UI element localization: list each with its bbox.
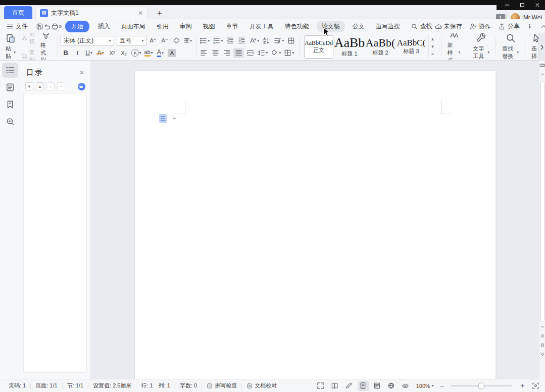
collaborate-button[interactable]: 协作: [469, 22, 491, 31]
write-mode-button[interactable]: [343, 381, 355, 391]
toc-close-icon[interactable]: ✕: [79, 69, 84, 76]
highlight-color-button[interactable]: ab▾: [143, 48, 154, 58]
close-tab-icon[interactable]: ✕: [138, 10, 143, 17]
paste-button[interactable]: 粘贴▾: [2, 35, 19, 59]
numbering-button[interactable]: ▾: [212, 36, 224, 46]
share-button[interactable]: 分享: [498, 22, 520, 31]
phonetic-guide-button[interactable]: 变▾: [183, 36, 193, 46]
ribbon-tab-paper-tools[interactable]: 论文畅: [317, 21, 345, 32]
line-spacing-button[interactable]: ▾: [257, 48, 269, 58]
underline-button[interactable]: U▾: [84, 48, 94, 58]
status-word-count[interactable]: 字数: 0: [175, 382, 202, 389]
zoom-slider-thumb[interactable]: [478, 382, 485, 389]
find-replace-button[interactable]: 查找替换▾: [499, 35, 522, 59]
text-effects-button[interactable]: A▾: [130, 48, 142, 58]
page-view-button[interactable]: [358, 381, 369, 391]
toc-empty-list[interactable]: [23, 93, 87, 373]
save-button[interactable]: [36, 21, 43, 31]
scrollbar-thumb[interactable]: [540, 81, 544, 322]
toc-collapse-button[interactable]: ▲: [36, 82, 44, 90]
char-shading-button[interactable]: A: [167, 48, 177, 58]
save-status[interactable]: 未保存: [434, 22, 462, 31]
bold-button[interactable]: B: [61, 48, 71, 58]
status-margin-setting[interactable]: 设置值: 2.5厘米: [88, 382, 136, 389]
align-right-button[interactable]: [222, 48, 232, 58]
collapse-ribbon-button[interactable]: [540, 23, 545, 30]
italic-button[interactable]: I: [72, 48, 83, 58]
decrease-indent-button[interactable]: [225, 36, 235, 46]
fit-page-button[interactable]: [530, 381, 541, 391]
strikethrough-button[interactable]: A▾: [95, 48, 106, 58]
toc-promote-button[interactable]: ＋: [46, 82, 55, 90]
browse-object-button[interactable]: [539, 340, 545, 350]
ribbon-tab-review[interactable]: 审阅: [179, 21, 193, 32]
zoom-in-button[interactable]: ＋: [518, 381, 527, 390]
shrink-font-button[interactable]: A⁻: [160, 36, 170, 46]
copy-button[interactable]: 复制: [21, 48, 35, 61]
new-style-button[interactable]: 新样式▾: [444, 35, 464, 59]
ruler-toggle-button[interactable]: [539, 61, 545, 70]
home-tab[interactable]: 首页: [4, 6, 32, 19]
next-page-button[interactable]: [539, 350, 545, 359]
style-heading2[interactable]: AaBb( 标题 2: [366, 35, 395, 59]
outline-view-button[interactable]: [372, 381, 383, 391]
borders-button[interactable]: ▾: [283, 48, 295, 58]
bookmark-rail-button[interactable]: [2, 97, 18, 112]
styles-scroll-up[interactable]: ▲: [429, 35, 436, 43]
cut-button[interactable]: 剪切: [21, 33, 35, 45]
eye-protect-button[interactable]: [400, 381, 411, 391]
ribbon-tab-special-features[interactable]: 特色功能: [284, 21, 310, 32]
sort-button[interactable]: [261, 36, 272, 46]
font-size-select[interactable]: 五号▾: [117, 36, 147, 46]
spell-check-toggle[interactable]: 拼写检查: [202, 382, 241, 389]
web-layout-button[interactable]: [386, 381, 397, 391]
ribbon-tab-references[interactable]: 引用: [156, 21, 170, 32]
zoom-out-button[interactable]: −: [439, 382, 445, 390]
format-painter-button[interactable]: 格式刷: [37, 35, 55, 59]
ribbon-tab-developer[interactable]: 开发工具: [249, 21, 275, 32]
status-page-count[interactable]: 页面: 1/1: [31, 382, 62, 389]
justify-button[interactable]: [233, 48, 244, 58]
subscript-button[interactable]: X₂: [119, 48, 129, 58]
style-heading3[interactable]: AaBbC( 标题 3: [397, 35, 426, 59]
grow-font-button[interactable]: A⁺: [148, 36, 159, 46]
ribbon-tab-page-layout[interactable]: 页面布局: [120, 21, 146, 32]
document-canvas[interactable]: [91, 61, 539, 379]
distribute-button[interactable]: [245, 48, 256, 58]
toc-rail-button[interactable]: [2, 63, 18, 78]
more-quick-commands-button[interactable]: »: [59, 21, 62, 31]
align-center-button[interactable]: [210, 48, 221, 58]
smart-insert-icon[interactable]: [159, 114, 167, 123]
ribbon-tab-home[interactable]: 开始: [65, 21, 89, 32]
new-tab-button[interactable]: ＋: [155, 8, 165, 18]
shading-button[interactable]: ▾: [270, 48, 282, 58]
document-tab[interactable]: W 文字文稿1 ✕: [35, 6, 147, 19]
zoom-slider[interactable]: [451, 385, 512, 386]
toc-demote-button[interactable]: −: [57, 82, 65, 90]
maximize-button[interactable]: [515, 0, 530, 10]
ribbon-expand-strip[interactable]: ❯: [538, 33, 545, 61]
style-heading1[interactable]: AaBb 标题 1: [335, 35, 364, 59]
style-normal[interactable]: AaBbCcDd 正文: [304, 35, 333, 59]
font-name-select[interactable]: 宋体 (正文)▾: [61, 36, 114, 46]
styles-scroll-down[interactable]: ▼: [429, 43, 436, 51]
previous-page-button[interactable]: [539, 331, 545, 340]
print-button[interactable]: [51, 21, 59, 31]
minimize-button[interactable]: [500, 0, 515, 10]
ribbon-tab-search-while-writing[interactable]: 边写边搜: [375, 21, 401, 32]
paragraph-setting-button[interactable]: ▾: [273, 36, 285, 46]
ribbon-tab-section[interactable]: 章节: [225, 21, 239, 32]
document-page[interactable]: [135, 71, 496, 379]
scroll-up-button[interactable]: [539, 70, 545, 79]
undo-button[interactable]: [43, 21, 51, 31]
superscript-button[interactable]: X²: [107, 48, 118, 58]
styles-more-button[interactable]: ≡: [429, 51, 436, 58]
zoom-level-select[interactable]: 100%▾: [414, 383, 436, 389]
fullscreen-button[interactable]: [315, 381, 326, 391]
ribbon-tab-view[interactable]: 视图: [202, 21, 216, 32]
doc-proof-toggle[interactable]: 文档校对: [242, 382, 281, 389]
align-left-button[interactable]: [199, 48, 209, 58]
text-tool-button[interactable]: 文字工具▾: [469, 35, 493, 59]
bullets-button[interactable]: ▾: [199, 36, 211, 46]
find-button[interactable]: 查找: [409, 21, 434, 32]
